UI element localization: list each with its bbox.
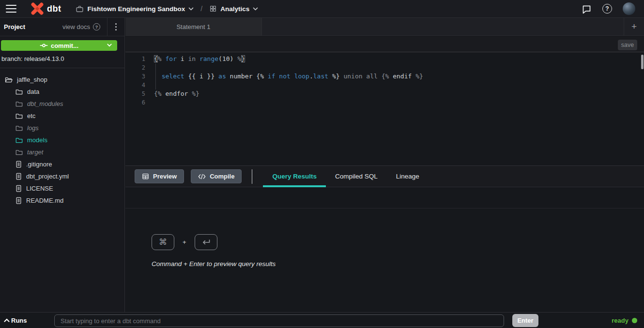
code-line-4[interactable]: 4 [125,81,644,89]
tree-item-label: .gitignore [26,161,52,168]
code-content: {% endfor %} [145,89,199,98]
tree-item-target[interactable]: target [0,146,124,158]
view-docs-link[interactable]: view docs ? [62,23,107,30]
enter-button[interactable]: Enter [512,314,538,327]
new-tab-button[interactable]: + [624,18,644,35]
tab-query-results[interactable]: Query Results [263,166,326,187]
tree-item--gitignore[interactable]: .gitignore [0,158,124,170]
preview-label: Preview [153,173,177,180]
tree-item-dbt-modules[interactable]: dbt_modules [0,98,124,110]
dbt-cloud-ide: dbt Fishtown Engineering Sandbox / Analy… [0,0,644,328]
empty-state-hint: Command + Enter to preview query results [152,260,276,268]
compile-label: Compile [210,173,234,180]
tree-item-label: jaffle_shop [17,76,47,83]
tree-item-data[interactable]: data [0,86,124,98]
folder-icon [15,149,23,155]
code-content [145,63,154,72]
code-icon [198,173,206,180]
code-line-1[interactable]: 1{% for i in range(10) %} [125,55,644,63]
user-avatar[interactable] [623,2,635,15]
sidebar: Project view docs ? commit... branch: re… [0,18,125,312]
enter-key-icon [195,234,217,250]
line-number: 3 [125,72,145,81]
commit-chevron-icon [107,44,112,47]
briefcase-icon [76,5,84,13]
sidebar-title: Project [4,23,25,30]
tree-item-label: dbt_project.yml [26,173,69,180]
results-area: ⌘ + Command + Enter to preview query res… [125,188,644,312]
project-name: Analytics [220,5,249,13]
folder-icon [15,101,23,107]
panel-divider [252,169,252,184]
plus-separator: + [183,239,186,246]
project-switcher[interactable]: Analytics [209,5,258,13]
runs-toggle[interactable]: Runs [4,317,27,324]
line-number: 6 [125,98,145,107]
dbt-command-input[interactable] [54,314,504,327]
code-line-2[interactable]: 2 [125,63,644,72]
tab-compiled-sql[interactable]: Compiled SQL [326,166,387,187]
dbt-logo[interactable]: dbt [31,2,61,15]
results-divider [125,208,644,209]
line-number: 4 [125,81,145,89]
code-line-6[interactable]: 6 [125,98,644,107]
compile-button[interactable]: Compile [191,169,242,183]
sidebar-menu-button[interactable] [107,18,124,36]
commit-button[interactable]: commit... [1,40,117,51]
tab-lineage[interactable]: Lineage [387,166,429,187]
runs-label: Runs [11,317,27,324]
tree-item-label: LICENSE [26,185,53,192]
tree-item-license[interactable]: LICENSE [0,182,124,194]
folder-icon [15,125,23,131]
tree-item-models[interactable]: models [0,134,124,146]
chevron-down-icon [188,7,194,11]
tree-item-etc[interactable]: etc [0,110,124,122]
file-tree: jaffle_shopdatadbt_modulesetclogsmodelst… [0,68,124,207]
code-content [145,81,154,89]
folder-icon [15,89,23,95]
bottom-bar: Runs Enter ready [0,312,644,328]
results-panel-header: Preview Compile Query Results Compiled S… [125,165,644,187]
commit-label: commit... [51,42,78,49]
table-icon [142,173,149,180]
help-icon[interactable]: ? [602,4,612,14]
file-icon [15,161,22,168]
folder-icon [15,113,23,119]
account-switcher[interactable]: Fishtown Engineering Sandbox [76,5,194,13]
tree-item-dbt-project-yml[interactable]: dbt_project.yml [0,170,124,182]
status-dot [632,318,637,323]
line-number: 2 [125,63,145,72]
save-button[interactable]: save [618,40,637,50]
tree-item-logs[interactable]: logs [0,122,124,134]
code-editor[interactable]: 1{% for i in range(10) %}23 select {{ i … [125,53,644,165]
editor-toolbar: save [125,36,644,52]
code-content [145,98,154,107]
grid-icon [209,5,217,13]
file-icon [15,185,22,192]
results-tabs: Query Results Compiled SQL Lineage [263,166,428,187]
code-content: {% for i in range(10) %} [145,55,245,63]
code-line-3[interactable]: 3 select {{ i }} as number {% if not loo… [125,72,644,81]
folder-icon [15,137,23,143]
tab-statement-1[interactable]: Statement 1 [125,18,262,35]
chevron-down-icon [253,7,258,11]
tree-item-readme-md[interactable]: README.md [0,194,124,207]
dbt-logo-icon [31,2,44,15]
breadcrumb-separator: / [200,5,202,13]
chat-icon[interactable] [582,4,592,14]
sidebar-header: Project view docs ? [0,18,124,36]
command-key-icon: ⌘ [152,234,174,250]
status-indicator: ready [612,313,637,328]
dbt-logo-text: dbt [47,4,61,14]
tree-item-label: models [27,136,47,144]
code-line-5[interactable]: 5{% endfor %} [125,89,644,98]
preview-button[interactable]: Preview [135,169,184,183]
tab-bar-spacer [262,18,624,35]
view-docs-label: view docs [62,23,90,30]
tree-item-label: data [27,88,39,95]
tree-item-jaffle-shop[interactable]: jaffle_shop [0,74,124,86]
branch-label: branch: release/4.13.0 [1,55,64,62]
hamburger-menu-icon[interactable] [6,5,16,13]
editor-scrollbar[interactable] [641,55,644,69]
line-number: 1 [125,55,145,63]
